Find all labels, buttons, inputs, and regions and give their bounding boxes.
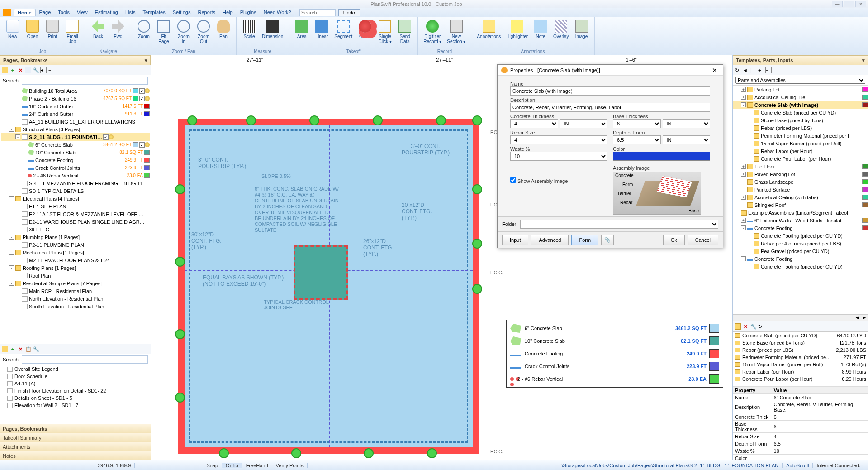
rebar-count-dot[interactable] — [427, 448, 437, 458]
tree-node[interactable]: -Concrete Slab (with image) — [733, 101, 868, 109]
part-row[interactable]: Stone Base (priced by Tons)121.78 Tons — [733, 339, 868, 346]
pgrid-value[interactable]: 6 — [772, 413, 868, 421]
templates-tree[interactable]: +Parking Lot+Accoustical Ceiling Tile-Co… — [733, 86, 868, 314]
expand-toggle[interactable]: - — [9, 127, 14, 132]
rebar-count-dot[interactable] — [175, 257, 185, 267]
expand-toggle[interactable]: - — [9, 235, 14, 240]
tree-node[interactable]: -Roofing Plans [1 Pages] — [1, 264, 150, 272]
visibility-checkbox[interactable]: ✓ — [139, 88, 145, 94]
tree-node[interactable]: Perimeter Forming Material (priced per F — [733, 132, 868, 139]
ribbon-zoom-in[interactable]: Zoom In — [174, 18, 194, 49]
parts-list[interactable]: Concrete Slab (priced per CU YD)64.10 CU… — [733, 331, 868, 386]
folder-select[interactable] — [520, 220, 718, 229]
close-button[interactable]: ✕ — [855, 1, 866, 7]
tree-node[interactable]: 24" Curb and Gutter911.3 FT — [1, 110, 150, 118]
expand-toggle[interactable]: - — [9, 265, 14, 270]
copy-icon[interactable] — [25, 67, 31, 73]
ribbon-new[interactable]: New — [3, 18, 23, 49]
thick-unit[interactable]: IN — [560, 119, 608, 128]
tree-node[interactable]: Stone Base (priced by Tons) — [733, 116, 868, 124]
collapse-icon[interactable]: − — [765, 67, 772, 73]
property-grid[interactable]: PropertyValue Name6" Concrete SlabDescri… — [733, 386, 868, 460]
new-folder-icon[interactable] — [2, 67, 8, 73]
pgrid-row[interactable]: Base Thickness6 — [733, 421, 868, 433]
tree-node[interactable]: -Plumbing Plans [1 Pages] — [1, 233, 150, 241]
input-button[interactable]: Input — [502, 235, 528, 245]
tree-node[interactable]: 2 - #6 Rebar Vertical23.0 EA — [1, 172, 150, 179]
refresh-icon[interactable]: ↻ — [758, 323, 764, 330]
tree-node[interactable]: P2-11 PLUMBING PLAN — [1, 241, 150, 249]
tree-node[interactable]: Rebar per # of runs (priced per LBS) — [733, 240, 868, 247]
ribbon-back[interactable]: Back — [88, 18, 108, 49]
ribbon-new-section-[interactable]: New Section ▾ — [444, 18, 468, 49]
tree-node[interactable]: +Accoustical Ceiling Tile — [733, 93, 868, 101]
tree-node[interactable]: S-4_11 MEZZANINE FLOOR FRAMING - BLDG 11 — [1, 179, 150, 187]
ribbon-image[interactable]: Image — [572, 18, 592, 49]
tree-node[interactable]: -Structural Plans [3 Pages] — [1, 125, 150, 133]
part-row[interactable]: Perimeter Forming Material (priced pe…27… — [733, 354, 868, 361]
properties-icon[interactable]: 🔧 — [33, 67, 39, 73]
base-input[interactable]: 6 — [613, 119, 661, 128]
pgrid-value[interactable] — [772, 455, 868, 460]
pgrid-value[interactable]: 6" Concrete Slab — [772, 394, 868, 401]
tab-templates[interactable]: Templates — [139, 9, 169, 16]
pgrid-value[interactable]: 4 — [772, 433, 868, 440]
tree-node[interactable]: 15 mil Vapor Barrier (priced per Roll) — [733, 139, 868, 147]
ribbon-digitizer-record-[interactable]: Digitizer Record ▾ — [421, 18, 444, 49]
ribbon-note[interactable]: Note — [531, 18, 550, 49]
rebar-count-dot[interactable] — [175, 184, 185, 194]
panel-menu-icon[interactable]: ▾ — [862, 58, 865, 63]
snap-mode[interactable]: Snap — [203, 463, 222, 468]
tree-node[interactable]: Concrete Slab (priced per CU YD) — [733, 109, 868, 116]
expand-toggle[interactable]: + — [741, 87, 746, 92]
ribbon-fit-page[interactable]: Fit Page — [154, 18, 174, 49]
delete-icon[interactable]: ✕ — [742, 323, 749, 330]
new-icon[interactable] — [735, 323, 741, 330]
ortho-mode[interactable]: Ortho — [222, 463, 242, 468]
tree-node[interactable]: Painted Surface — [733, 186, 868, 193]
freehand-mode[interactable]: FreeHand — [242, 463, 272, 468]
tree-node[interactable]: E2-11 WAREHOUSE PLAN SINGLE LINE DIAGR… — [1, 218, 150, 225]
expand-toggle[interactable]: - — [741, 225, 746, 230]
expand-toggle[interactable]: + — [741, 218, 746, 223]
rebar-input[interactable]: 4 — [510, 135, 607, 144]
ribbon-send-data[interactable]: Send Data — [395, 18, 415, 49]
bookmark-item[interactable]: Details on Sheet - SD1 - 5 — [0, 394, 151, 402]
pgrid-value[interactable]: 6 — [772, 421, 868, 433]
add-icon[interactable]: + — [9, 67, 16, 73]
ok-button[interactable]: Ok — [663, 235, 685, 245]
panel-menu-icon[interactable]: ▾ — [145, 58, 147, 63]
tab-need-work-[interactable]: Need Work? — [260, 9, 295, 16]
tree-node[interactable]: SD-1 TYPICAL DETAILS — [1, 187, 150, 195]
tree-node[interactable]: M2-11 HVAC FLOOR PLANS & T-24 — [1, 256, 150, 264]
rebar-count-dot[interactable] — [219, 448, 229, 458]
ribbon-zoom-out[interactable]: Zoom Out — [194, 18, 213, 49]
ribbon-scale[interactable]: Scale — [239, 18, 259, 49]
pgrid-row[interactable]: Color — [733, 455, 868, 460]
minimize-button[interactable]: — — [832, 1, 843, 7]
rebar-count-dot[interactable] — [472, 239, 482, 249]
lower-search-input[interactable] — [22, 355, 148, 364]
tree-node[interactable]: A4_11 BUILDING 11_EXTERIOR ELEVATIONS — [1, 118, 150, 125]
tree-node[interactable]: Concrete Footing249.9 FT — [1, 156, 150, 164]
tab-settings[interactable]: Settings — [169, 9, 194, 16]
tree-node[interactable]: Roof Plan — [1, 272, 150, 279]
expand-toggle[interactable]: + — [741, 95, 746, 100]
part-row[interactable]: Rebar (priced per LBS)2,213.00 LBS — [733, 346, 868, 354]
ribbon-fwd[interactable]: Fwd — [108, 18, 128, 49]
visibility-checkbox[interactable]: ✓ — [139, 142, 145, 148]
tree-node[interactable]: Rebar Labor (per Hour) — [733, 147, 868, 155]
rebar-count-dot[interactable] — [246, 115, 256, 125]
drawing-canvas[interactable]: 27'–11" 27'–11" 1'–6" 3'–0" CONT. POURST… — [151, 55, 732, 460]
tree-node[interactable]: 18" Curb and Gutter1417.6 FT — [1, 102, 150, 110]
scroll-left-icon[interactable]: ◄ — [854, 315, 861, 321]
ribbon-dimension[interactable]: Dimension — [259, 18, 286, 49]
tab-plugins[interactable]: Plugins — [237, 9, 260, 16]
tree-node[interactable]: Phase 2 - Building 164767.5 SQ FT✓ — [1, 95, 150, 102]
part-row[interactable]: Rebar Labor (per Hour)8.99 Hours — [733, 368, 868, 375]
expand-toggle[interactable]: - — [9, 281, 14, 286]
tree-node[interactable]: -Concrete Footing — [733, 224, 868, 232]
expand-toggle[interactable]: - — [15, 134, 20, 139]
bookmarks-list[interactable]: Overall Site LegendDoor ScheduleA4.11 (A… — [0, 365, 151, 424]
ribbon-single-click-[interactable]: Single Click ▾ — [375, 18, 395, 49]
